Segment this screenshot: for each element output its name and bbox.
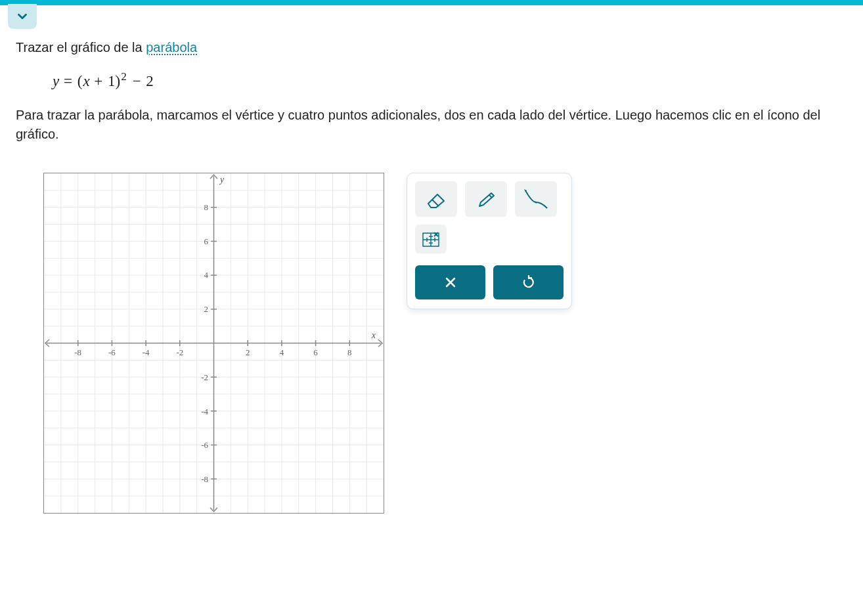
x-tick-label: -6 [108, 347, 116, 357]
y-tick-label: -4 [201, 406, 208, 416]
top-accent-bar [0, 0, 863, 5]
y-tick-label: 6 [204, 236, 209, 246]
x-tick-label: -2 [176, 347, 183, 357]
y-tick-label: 4 [204, 270, 209, 280]
grid-zoom-tool-button[interactable] [415, 225, 447, 253]
eraser-tool-button[interactable] [415, 181, 457, 217]
y-tick-label: -6 [201, 440, 208, 450]
y-axis-label: y [219, 175, 225, 185]
instructions-text: Para trazar la parábola, marcamos el vér… [16, 106, 847, 144]
curve-icon [523, 188, 549, 210]
pencil-tool-button[interactable] [465, 181, 507, 217]
x-tick-label: -4 [143, 347, 150, 357]
svg-line-53 [489, 195, 492, 198]
chevron-down-icon [15, 9, 30, 24]
y-tick-label: 8 [204, 202, 208, 211]
coordinate-plane[interactable]: -8 -6 -4 -2 2 4 6 8 8 6 4 2 -2 -4 -6 -8 … [43, 173, 384, 514]
question-text: Trazar el gráfico de la parábola [16, 38, 847, 57]
x-axis-label: x [371, 330, 376, 340]
close-icon [444, 276, 457, 289]
grid-zoom-icon [421, 230, 441, 248]
question-prefix: Trazar el gráfico de la [16, 40, 146, 55]
eraser-icon [424, 189, 448, 209]
problem-content: Trazar el gráfico de la parábola y = (x … [0, 30, 863, 529]
x-tick-label: 6 [313, 347, 318, 357]
undo-button[interactable] [493, 265, 564, 299]
x-tick-label: 2 [246, 347, 250, 357]
graph-toolbox [407, 173, 572, 309]
workspace: -8 -6 -4 -2 2 4 6 8 8 6 4 2 -2 -4 -6 -8 … [16, 173, 847, 514]
x-tick-label: 8 [347, 347, 351, 357]
glossary-link-parabola[interactable]: parábola [146, 40, 197, 55]
y-tick-label: -2 [201, 372, 208, 382]
x-tick-label: -8 [74, 347, 81, 357]
clear-button[interactable] [415, 265, 485, 299]
y-tick-label: 2 [204, 304, 208, 314]
curve-tool-button[interactable] [515, 181, 557, 217]
pencil-icon [474, 189, 498, 209]
collapse-toggle-button[interactable] [8, 4, 37, 29]
formula-display: y = (x + 1)2 − 2 [16, 57, 847, 106]
undo-icon [521, 275, 536, 290]
y-tick-label: -8 [201, 474, 208, 484]
x-tick-label: 4 [280, 347, 284, 357]
svg-line-52 [432, 200, 439, 206]
